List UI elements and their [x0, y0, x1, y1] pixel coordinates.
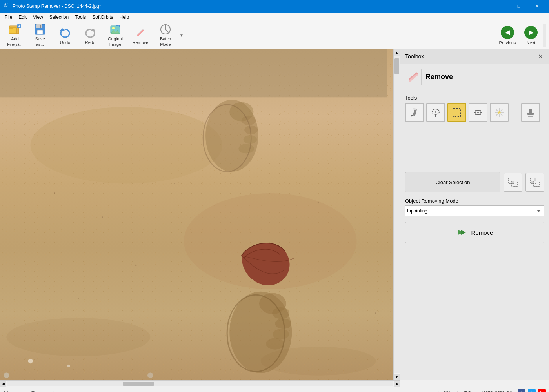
svg-rect-93: [534, 178, 536, 181]
scroll-track-vertical[interactable]: [394, 56, 400, 373]
image-dimensions: (3872x2592x24): [482, 390, 513, 392]
image-format: JPG: [463, 390, 471, 392]
svg-point-34: [266, 338, 284, 349]
add-selection-button[interactable]: [504, 173, 522, 192]
social-icons: f t ▶: [518, 389, 546, 392]
svg-rect-92: [534, 181, 539, 187]
svg-point-38: [147, 372, 153, 378]
undo-label: Undo: [60, 40, 70, 45]
menu-tools[interactable]: Tools: [72, 14, 89, 21]
svg-point-12: [112, 27, 115, 29]
previous-icon: ◀: [501, 26, 514, 39]
svg-line-83: [496, 114, 498, 116]
batch-mode-arrow[interactable]: ▼: [180, 33, 184, 38]
zoom-in-button[interactable]: +: [51, 390, 55, 392]
add-files-button[interactable]: AddFile(s)...: [3, 23, 27, 47]
main-area: ▲ ▼ Toolbox ✕ Remove: [0, 49, 549, 380]
next-button[interactable]: ▶ Next: [519, 22, 543, 49]
redo-label: Redo: [85, 40, 95, 45]
remove-section: Remove: [405, 69, 544, 89]
original-image-button[interactable]: OriginalImage: [104, 23, 127, 47]
svg-point-48: [102, 216, 103, 218]
svg-point-36: [28, 359, 33, 363]
save-as-icon: [34, 24, 46, 35]
svg-point-53: [342, 279, 342, 280]
redo-button[interactable]: Redo: [78, 23, 102, 47]
vertical-scrollbar[interactable]: ▲ ▼: [393, 49, 400, 380]
svg-rect-19: [0, 49, 387, 97]
menu-selection[interactable]: Selection: [46, 14, 72, 21]
svg-line-75: [476, 114, 476, 115]
next-label: Next: [527, 40, 536, 45]
remove-toolbar-button[interactable]: Remove: [129, 23, 152, 47]
clear-selection-button[interactable]: Clear Selection: [405, 172, 500, 192]
remove-toolbar-label: Remove: [133, 40, 149, 45]
scene-svg: [0, 49, 387, 380]
mode-select[interactable]: Inpainting Content-Aware Fill Smart Fill: [405, 205, 544, 216]
remove-arrow-icon: [456, 227, 467, 238]
scroll-left-arrow[interactable]: ◀: [0, 381, 6, 387]
photo-canvas[interactable]: [0, 49, 393, 380]
marquee-tool-button[interactable]: [447, 103, 466, 122]
svg-rect-16: [137, 29, 144, 36]
menu-help[interactable]: Help: [116, 14, 133, 21]
menu-bar: File Edit View Selection Tools SoftOrbit…: [0, 13, 549, 22]
pencil-tool-button[interactable]: [405, 103, 424, 122]
facebook-icon[interactable]: f: [518, 389, 525, 392]
undo-button[interactable]: Undo: [53, 23, 77, 47]
svg-marker-96: [461, 230, 466, 235]
toolbar: AddFile(s)... Saveas... Undo: [0, 22, 549, 49]
lasso-tool-button[interactable]: [426, 103, 445, 122]
canvas-area[interactable]: ▲ ▼: [0, 49, 400, 380]
tools-row: [405, 103, 544, 122]
magic-wand-button[interactable]: [490, 103, 509, 122]
svg-rect-8: [40, 25, 41, 28]
remove-toolbar-icon: [134, 26, 147, 39]
subtract-selection-button[interactable]: [525, 173, 544, 192]
toolbox-panel: Toolbox ✕ Remove Tools: [400, 49, 549, 380]
undo-icon: [59, 26, 71, 39]
scroll-thumb-horizontal[interactable]: [123, 382, 154, 386]
sep2: |: [457, 390, 458, 392]
horizontal-scrollbar[interactable]: ◀ ▶: [0, 380, 400, 387]
svg-line-81: [500, 114, 502, 116]
svg-point-20: [31, 107, 222, 184]
scroll-thumb-vertical[interactable]: [394, 58, 399, 74]
menu-edit[interactable]: Edit: [15, 14, 30, 21]
svg-rect-7: [37, 30, 43, 34]
maximize-button[interactable]: □: [510, 0, 528, 13]
svg-rect-94: [531, 181, 534, 183]
remove-action-label: Remove: [471, 229, 493, 236]
menu-file[interactable]: File: [2, 14, 15, 21]
zoom-out-button[interactable]: −: [14, 390, 17, 392]
svg-rect-86: [527, 113, 534, 115]
scroll-down-arrow[interactable]: ▼: [394, 374, 400, 380]
menu-softorbits[interactable]: SoftOrbits: [89, 14, 116, 21]
app-icon: 🖼: [3, 3, 10, 10]
svg-point-51: [78, 298, 79, 299]
toolbox-close-button[interactable]: ✕: [536, 53, 544, 60]
stamp-tool-button[interactable]: [521, 103, 540, 122]
svg-point-45: [67, 365, 70, 367]
save-as-button[interactable]: Saveas...: [28, 23, 52, 47]
batch-mode-button[interactable]: BatchMode: [154, 23, 177, 47]
scroll-track-horizontal[interactable]: [7, 381, 393, 386]
svg-line-72: [476, 110, 476, 111]
twitter-icon[interactable]: t: [528, 389, 536, 392]
zoom-slider-thumb[interactable]: [31, 391, 35, 392]
remove-action-button[interactable]: Remove: [405, 222, 544, 243]
previous-button[interactable]: ◀ Previous: [496, 22, 519, 49]
magic-wand-tools-button[interactable]: [469, 103, 487, 122]
zoom-percent: 30%: [444, 390, 452, 392]
tool-options-area: [405, 127, 544, 167]
svg-line-73: [480, 114, 481, 115]
menu-view[interactable]: View: [30, 14, 46, 21]
minimize-button[interactable]: —: [492, 0, 510, 13]
redo-icon: [84, 26, 96, 39]
toolbox-content: Remove Tools: [400, 64, 549, 248]
youtube-icon[interactable]: ▶: [538, 389, 546, 392]
svg-point-64: [435, 111, 436, 113]
close-button[interactable]: ✕: [528, 0, 546, 13]
scroll-up-arrow[interactable]: ▲: [394, 49, 400, 56]
scroll-right-arrow[interactable]: ▶: [394, 381, 400, 387]
